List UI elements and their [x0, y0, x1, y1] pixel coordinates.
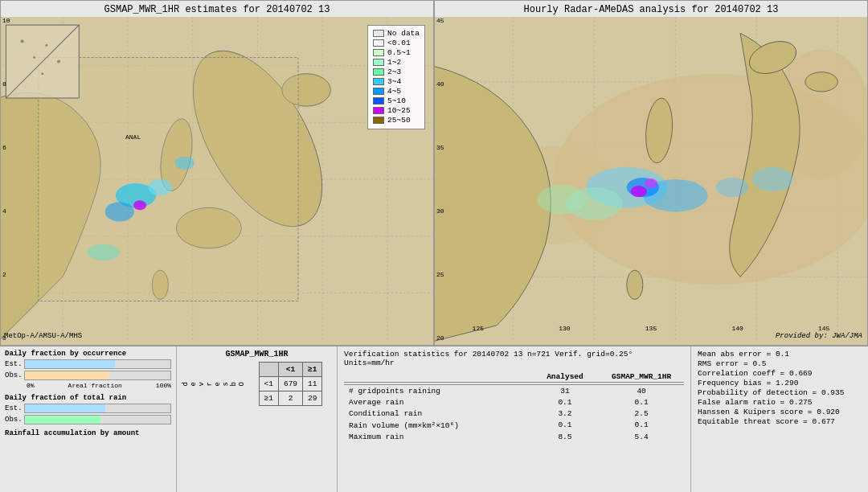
provided-label: Provided by: JWA/JMA [776, 332, 862, 340]
obs-rain-row: Obs. [5, 415, 171, 424]
axis-right: 100% [156, 382, 171, 389]
legend-color-0 [373, 39, 384, 47]
error-line-0: Mean abs error = 0.1 [698, 350, 862, 359]
legend-item-2: 1~2 [373, 58, 420, 67]
axis-mid: Areal fraction [68, 382, 122, 389]
verif-label-2: Conditional rain [344, 408, 531, 419]
error-line-3: Frequency bias = 1.290 [698, 379, 862, 387]
verif-title: Verification statistics for 20140702 13 … [344, 350, 684, 367]
daily-fraction-rain-title: Daily fraction of total rain [5, 394, 171, 402]
legend-label-3: 2~3 [387, 68, 401, 76]
rainfall-accum-title: Rainfall accumulation by amount [5, 429, 171, 437]
verif-row-3: Rain volume (mm×km²×10⁶) 0.1 0.1 [344, 419, 684, 431]
verification-panel: Verification statistics for 20140702 13 … [338, 346, 691, 492]
verif-row-2: Conditional rain 3.2 2.5 [344, 408, 684, 419]
verif-analysed-0: 31 [531, 385, 600, 397]
verif-analysed-3: 0.1 [531, 419, 600, 431]
est-rain-bar-container [24, 404, 171, 413]
est-occ-label: Est. [5, 360, 24, 368]
left-map-panel: GSMAP_MWR_1HR estimates for 20140702 13 [0, 0, 434, 346]
est-occ-bar-container [24, 359, 171, 369]
legend-color-8 [373, 117, 384, 124]
verif-gsmap-4: 5.4 [599, 431, 684, 442]
verif-row-0: # gridpoints raining 31 40 [344, 385, 684, 397]
legend-item-1: 0.5~1 [373, 48, 420, 57]
legend-color-7 [373, 107, 384, 114]
svg-point-23 [174, 157, 194, 170]
maps-row: GSMAP_MWR_1HR estimates for 20140702 13 [0, 0, 868, 346]
cont-row1: <1 679 11 [259, 377, 322, 392]
verif-gsmap-0: 40 [599, 385, 684, 397]
right-map-area: 45 40 35 30 25 20 125 130 135 140 145 Pr… [435, 17, 867, 342]
obs-rain-bar [25, 416, 100, 424]
verif-col-gsmap-header: GSMAP_MWR_1HR [599, 371, 684, 383]
svg-point-28 [45, 44, 47, 47]
est-occ-row: Est. [5, 359, 171, 369]
verif-analysed-1: 0.1 [531, 396, 600, 408]
obs-occ-bar-container [24, 371, 171, 380]
verif-row-4: Maximum rain 8.5 5.4 [344, 431, 684, 442]
est-occ-bar [25, 360, 115, 368]
satellite-label: MetOp-A/AMSU-A/MHS [4, 332, 82, 340]
legend-label-7: 10~25 [387, 106, 411, 115]
svg-point-19 [105, 202, 134, 221]
svg-point-45 [805, 72, 837, 92]
error-line-2: Correlation coeff = 0.669 [698, 369, 862, 378]
legend-nodata: No data [373, 29, 420, 38]
legend-label-5: 4~5 [387, 87, 401, 96]
contingency-table-wrapper: Observed <1 ≥1 <1 679 11 ≥1 2 [182, 362, 332, 406]
legend-color-4 [373, 78, 384, 85]
error-line-6: Hanssen & Kuipers score = 0.920 [698, 408, 862, 416]
cont-row2: ≥1 2 29 [259, 392, 322, 406]
observed-vertical-label: Observed [182, 381, 246, 386]
verif-header-row: Analysed GSMAP_MWR_1HR [344, 371, 684, 383]
verif-row-1: Average rain 0.1 0.1 [344, 396, 684, 408]
est-rain-row: Est. [5, 404, 171, 413]
legend-color-1 [373, 49, 384, 56]
cont-val-lt1-lt1: 679 [278, 377, 302, 392]
obs-rain-bar-container [24, 415, 171, 424]
left-map-area: 10 8 6 4 2 0 ANAL MetOp-A/AMSU-A/MHS No … [1, 17, 433, 342]
obs-occ-row: Obs. [5, 371, 171, 380]
legend-color-3 [373, 68, 384, 76]
error-stats-panel: Mean abs error = 0.1 RMS error = 0.5 Cor… [691, 346, 868, 492]
contingency-table: <1 ≥1 <1 679 11 ≥1 2 29 [259, 362, 323, 406]
svg-point-22 [87, 244, 119, 260]
legend-label-nodata: No data [387, 29, 420, 38]
svg-point-26 [21, 39, 24, 43]
bar-occ-area: Est. Obs. 0% Areal fraction 100% [5, 359, 171, 389]
right-map-svg [435, 17, 867, 342]
verif-gsmap-3: 0.1 [599, 419, 684, 431]
legend-item-3: 2~3 [373, 68, 420, 76]
cont-empty-header [259, 363, 278, 377]
daily-fraction-occ-title: Daily fraction by occurrence [5, 350, 171, 358]
svg-point-56 [716, 178, 748, 197]
contingency-title: GSMAP_MWR_1HR [182, 350, 332, 359]
est-rain-label: Est. [5, 404, 24, 412]
error-line-4: Probability of detection = 0.935 [698, 388, 862, 397]
svg-point-21 [133, 200, 146, 210]
legend-item-5: 4~5 [373, 87, 420, 96]
contingency-panel: GSMAP_MWR_1HR Observed <1 ≥1 <1 679 11 [177, 346, 338, 492]
verif-label-4: Maximum rain [344, 431, 531, 442]
verif-label-0: # gridpoints raining [344, 385, 531, 397]
cont-val-lt1-ge1: 11 [303, 377, 322, 392]
legend-label-0: <0.01 [387, 39, 411, 47]
legend-color-nodata [373, 30, 384, 37]
svg-point-55 [752, 167, 793, 191]
legend-label-4: 3~4 [387, 77, 401, 86]
legend-item-0: <0.01 [373, 39, 420, 47]
main-container: GSMAP_MWR_1HR estimates for 20140702 13 [0, 0, 868, 492]
legend-box: No data <0.01 0.5~1 1~2 [367, 25, 425, 129]
legend-item-8: 25~50 [373, 116, 420, 125]
error-line-5: False alarm ratio = 0.275 [698, 398, 862, 407]
obs-occ-label: Obs. [5, 371, 24, 379]
legend-label-6: 5~10 [387, 96, 406, 105]
legend-color-2 [373, 59, 384, 66]
verif-analysed-4: 8.5 [531, 431, 600, 442]
verif-table: Analysed GSMAP_MWR_1HR # gridpoints rain… [344, 371, 684, 442]
svg-point-53 [631, 186, 647, 197]
axis-left: 0% [27, 382, 35, 389]
occ-axis: 0% Areal fraction 100% [5, 382, 171, 389]
obs-rain-label: Obs. [5, 416, 24, 424]
